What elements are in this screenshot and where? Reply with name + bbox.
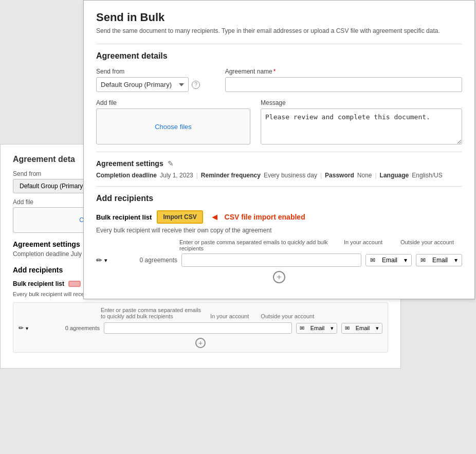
bg-dropdown-chevron2: ▾	[376, 325, 379, 332]
reminder-freq-value: Every business day	[264, 172, 317, 179]
bg-completion-label: Completion deadline	[13, 250, 69, 258]
send-from-wrapper: Default Group (Primary) ?	[96, 77, 215, 92]
bg-dropdown-chevron: ▾	[331, 325, 334, 332]
bulk-list-label: Bulk recipient list	[96, 213, 152, 221]
bg-recipients-row: ✏ ▾ 0 agreements ✉ Email ▾ ✉ Email ▾	[19, 322, 382, 334]
add-file-label: Add file	[96, 99, 250, 106]
bg-envelope-icon: ✉	[300, 325, 304, 332]
import-csv-button[interactable]: Import CSV	[157, 210, 203, 224]
message-label: Message	[261, 99, 462, 106]
form-row-send-agreement: Send from Default Group (Primary) ? Agre…	[96, 68, 462, 92]
bg-pencil-icon[interactable]: ✏	[19, 324, 24, 332]
settings-title: Agreement settings	[96, 159, 163, 168]
arrow-right-icon: ◄	[210, 212, 219, 223]
pencil-icon[interactable]: ✏	[96, 256, 102, 264]
envelope-icon-2: ✉	[420, 257, 426, 264]
agreement-name-group: Agreement name*	[225, 68, 462, 92]
dropdown-chevron-1: ▾	[404, 257, 407, 264]
reminder-freq-label: Reminder frequency	[201, 172, 261, 179]
password-value: None	[357, 172, 372, 179]
agreement-details-title: Agreement details	[96, 51, 462, 61]
bg-add-row-button[interactable]: +	[195, 338, 206, 348]
language-label: Language	[380, 172, 409, 179]
send-from-group: Send from Default Group (Primary) ?	[96, 68, 215, 92]
file-upload-area[interactable]: Choose files	[96, 108, 250, 144]
envelope-icon-1: ✉	[370, 257, 375, 264]
bg-col-headers: Enter or paste comma separated emails to…	[19, 307, 382, 319]
email-input[interactable]	[181, 253, 361, 267]
bg-in-account-dropdown[interactable]: ✉ Email ▾	[296, 323, 337, 334]
outside-account-header: Outside your account	[400, 239, 462, 251]
choose-files-link[interactable]: Choose files	[155, 123, 192, 131]
row-action-icons: ✏ ▾	[96, 256, 122, 264]
outside-account-email-dropdown[interactable]: ✉ Email ▾	[416, 254, 462, 266]
bg-bulk-list-label: Bulk recipient list	[13, 280, 64, 287]
recipients-input-row: ✏ ▾ 0 agreements ✉ Email ▾ ✉ Email ▾	[96, 253, 462, 267]
csv-enabled-annotation: CSV file import enabled	[225, 213, 305, 221]
completion-deadline-value: July 1, 2023	[160, 172, 193, 179]
bg-agreements-count: 0 agreements	[48, 325, 100, 331]
bg-email-col-header: Enter or paste comma separated emails to…	[101, 307, 204, 319]
send-in-bulk-modal: Send in Bulk Send the same document to m…	[83, 0, 475, 299]
divider-1	[96, 44, 462, 44]
password-label: Password	[325, 172, 354, 179]
bg-outside-account-header: Outside your account	[261, 313, 314, 319]
bg-chevron-down-icon[interactable]: ▾	[26, 325, 28, 331]
email-col-header: Enter or paste comma separated emails to…	[179, 239, 339, 251]
settings-bar: Agreement settings ✎	[96, 159, 462, 168]
in-account-header: In your account	[344, 239, 395, 251]
bg-email-input[interactable]	[104, 322, 292, 334]
bg-in-account-header: In your account	[210, 313, 249, 319]
settings-edit-icon[interactable]: ✎	[168, 159, 174, 168]
send-from-label: Send from	[96, 68, 215, 75]
agreements-count: 0 agreements	[126, 257, 177, 264]
bg-envelope2-icon: ✉	[345, 325, 350, 332]
form-row-file-message: Add file Choose files Message Please rev…	[96, 99, 462, 144]
col-headers: Enter or paste comma separated emails to…	[96, 239, 462, 251]
bg-row-action-icons: ✏ ▾	[19, 324, 44, 332]
add-file-group: Add file Choose files	[96, 99, 250, 144]
add-recipients-title: Add recipients	[96, 194, 462, 203]
divider-2	[96, 152, 462, 152]
modal-subtitle: Send the same document to many recipient…	[96, 27, 462, 34]
in-account-email-dropdown[interactable]: ✉ Email ▾	[365, 254, 412, 266]
bulk-recipient-row: Bulk recipient list Import CSV ◄ CSV fil…	[96, 210, 462, 224]
dropdown-chevron-2: ▾	[454, 257, 457, 264]
divider-3	[96, 186, 462, 187]
agreement-name-label: Agreement name*	[225, 68, 462, 75]
send-from-info-icon[interactable]: ?	[192, 81, 200, 89]
bg-import-csv-disabled	[68, 281, 81, 287]
bg-outside-account-dropdown[interactable]: ✉ Email ▾	[341, 323, 382, 334]
agreement-name-input[interactable]	[225, 77, 462, 92]
bg-completion-value: July	[71, 250, 82, 258]
completion-deadline-label: Completion deadline	[96, 172, 157, 179]
recipients-section: Bulk recipient list Import CSV ◄ CSV fil…	[96, 210, 462, 283]
message-group: Message Please review and complete this …	[261, 99, 462, 144]
message-textarea[interactable]: Please review and complete this document…	[261, 108, 462, 144]
bulk-desc: Every bulk recipient will receive their …	[96, 227, 462, 234]
language-value: English/US	[412, 172, 442, 179]
settings-details: Completion deadline July 1, 2023 | Remin…	[96, 172, 462, 179]
add-row-button[interactable]: +	[273, 271, 285, 283]
modal-title: Send in Bulk	[96, 11, 462, 24]
chevron-down-icon[interactable]: ▾	[104, 257, 107, 264]
send-from-select[interactable]: Default Group (Primary)	[96, 77, 189, 92]
